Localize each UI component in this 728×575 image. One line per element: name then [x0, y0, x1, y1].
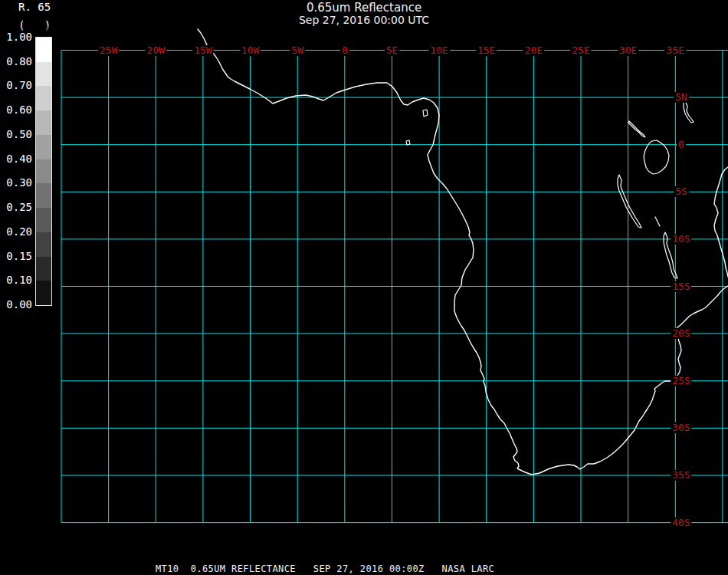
subtitle-timestamp: Sep 27, 2016 00:00 UTC: [0, 14, 728, 26]
colorbar-segment: [36, 86, 51, 110]
latitude-label: 20S: [671, 328, 691, 339]
longitude-label: 5E: [385, 45, 400, 56]
longitude-label: 15W: [192, 45, 213, 56]
colorbar-segment: [36, 257, 51, 281]
colorbar-tick-label: 0.10: [2, 274, 32, 285]
colorbar-segment: [36, 208, 51, 232]
latitude-label: 35S: [671, 470, 691, 481]
latitude-label: 10S: [671, 234, 691, 245]
colorbar-tick-label: 0.80: [2, 56, 32, 67]
colorbar-segment: [36, 62, 51, 87]
latitude-label: 5S: [674, 186, 689, 197]
colorbar-tick-label: 0.70: [2, 80, 32, 90]
colorbar-tick-label: 0.40: [2, 153, 32, 164]
longitude-label: 30E: [618, 45, 638, 56]
colorbar-tick-label: 0.15: [2, 251, 32, 261]
title-text: 0.65um Reflectance: [0, 2, 728, 14]
longitude-label: 20E: [523, 45, 544, 56]
colorbar-segment: [36, 38, 51, 62]
longitude-label: 0: [340, 45, 349, 56]
latitude-label: 5N: [674, 92, 689, 103]
page-title: 0.65um Reflectance Sep 27, 2016 00:00 UT…: [0, 2, 728, 26]
colorbar-tick-label: 0.60: [2, 104, 32, 115]
colorbar-param-label: R. 65: [18, 2, 51, 12]
longitude-label: 25W: [98, 45, 119, 56]
colorbar-tick-label: 1.00: [2, 31, 32, 42]
footer-caption: MT10 0.65UM REFLECTANCE SEP 27, 2016 00:…: [156, 564, 494, 574]
reflectance-colorbar: [35, 37, 52, 306]
longitude-label: 35E: [665, 45, 686, 56]
longitude-label: 20W: [146, 45, 166, 56]
latitude-label: 25S: [671, 376, 691, 386]
longitude-label: 10W: [240, 45, 261, 56]
latitude-label: 0: [677, 140, 686, 150]
colorbar-segment: [36, 281, 51, 305]
longitude-label: 10E: [428, 45, 449, 56]
colorbar-tick-label: 0.20: [2, 226, 32, 237]
latitude-label: 40S: [671, 518, 691, 528]
longitude-label: 15E: [476, 45, 497, 56]
satellite-image-viewer: 25W20W15W10W5W05E10E15E20E25E30E35E5N05S…: [0, 0, 728, 575]
latitude-label: 15S: [671, 281, 691, 292]
colorbar-segment: [36, 110, 51, 135]
colorbar-tick-label: 0.00: [2, 299, 32, 310]
colorbar-segment: [36, 159, 51, 184]
colorbar-segment: [36, 135, 51, 159]
colorbar-tick-label: 0.50: [2, 129, 32, 140]
colorbar-tick-label: 0.30: [2, 177, 32, 188]
longitude-label: 5W: [290, 45, 305, 56]
latitude-label: 30S: [671, 422, 691, 433]
grid-labels-layer: 25W20W15W10W5W05E10E15E20E25E30E35E5N05S…: [0, 0, 728, 575]
longitude-label: 25E: [570, 45, 591, 56]
colorbar-tick-label: 0.25: [2, 202, 32, 212]
colorbar-segment: [36, 232, 51, 257]
colorbar-segment: [36, 183, 51, 208]
